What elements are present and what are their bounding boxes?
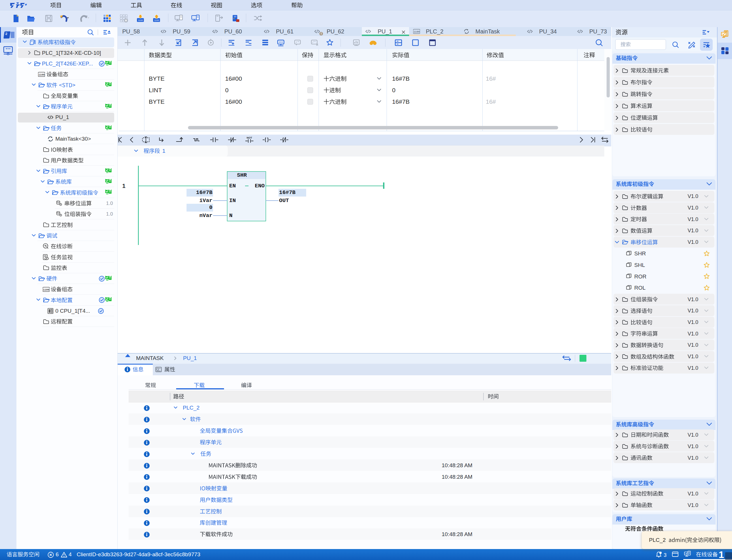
svg-text:1100: 1100 [38,73,45,76]
svg-text:1100: 1100 [138,19,143,22]
svg-text:NOT: NOT [247,136,252,139]
svg-text:/*: /* [295,41,299,44]
svg-text:1100: 1100 [43,289,49,291]
svg-text:/*: /* [312,41,316,44]
svg-text:10: 10 [234,15,236,18]
svg-text:1100: 1100 [154,19,159,22]
svg-text:1100: 1100 [414,31,420,33]
